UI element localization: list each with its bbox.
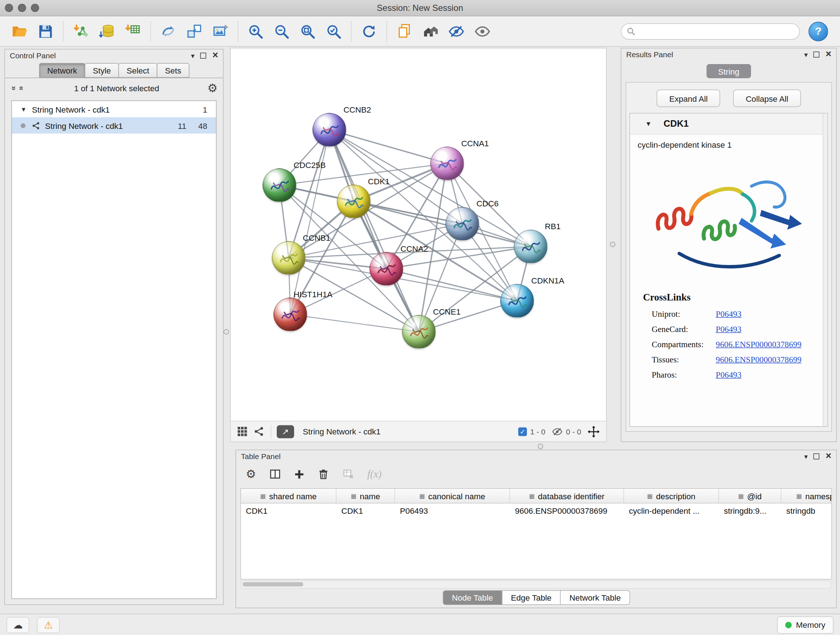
zoom-out-icon[interactable] xyxy=(271,21,292,42)
network-node-CDKN1A[interactable] xyxy=(500,284,534,318)
network-tree: ▼ String Network - cdk1 1 String Network… xyxy=(11,101,217,599)
column-header[interactable]: ▦@id xyxy=(719,489,782,503)
refresh-icon[interactable] xyxy=(359,21,379,42)
network-options-gear-icon[interactable]: ⚙ xyxy=(207,81,218,95)
column-header[interactable]: ▦description xyxy=(624,489,719,503)
home-icon[interactable] xyxy=(420,21,441,42)
network-node-CCNB2[interactable] xyxy=(313,113,346,147)
show-columns-icon[interactable] xyxy=(269,468,281,480)
import-network-file-icon[interactable] xyxy=(71,21,91,42)
crosslink-link[interactable]: 9606.ENSP00000378699 xyxy=(716,340,802,349)
show-all-eye-icon[interactable] xyxy=(472,21,493,42)
network-collection-row[interactable]: ▼ String Network - cdk1 1 xyxy=(12,101,216,117)
column-header[interactable]: ▦canonical name xyxy=(395,489,510,503)
splitter-handle[interactable] xyxy=(610,242,615,247)
table-cell[interactable]: 9606.ENSP00000378699 xyxy=(510,504,624,518)
column-header[interactable]: ▦shared name xyxy=(241,489,336,503)
table-cell[interactable]: P06493 xyxy=(395,504,510,518)
network-canvas[interactable]: CCNB2CCNA1CDC25BCDK1CDC6RB1CCNB1CCNA2CDK… xyxy=(231,49,606,421)
float-panel-icon[interactable]: ▾ xyxy=(804,51,808,58)
hidden-eye-icon[interactable] xyxy=(552,426,562,437)
results-scrollbar[interactable] xyxy=(823,114,828,426)
tab-network-table[interactable]: Network Table xyxy=(560,591,630,605)
tab-style[interactable]: Style xyxy=(85,63,119,78)
zoom-in-icon[interactable] xyxy=(245,21,266,42)
maximize-panel-icon[interactable] xyxy=(813,453,820,459)
delete-column-trash-icon[interactable] xyxy=(317,468,329,480)
network-arrows-icon[interactable] xyxy=(158,21,179,42)
expand-all-button[interactable]: Expand All xyxy=(657,90,720,107)
network-node-CCNA2[interactable] xyxy=(370,252,403,286)
new-network-selection-icon[interactable] xyxy=(184,21,205,42)
table-cell[interactable]: cyclin-dependent ... xyxy=(624,504,719,518)
delete-table-icon[interactable] xyxy=(342,468,354,480)
memory-button[interactable]: Memory xyxy=(777,616,834,633)
close-panel-icon[interactable]: × xyxy=(826,450,831,460)
disclosure-triangle-icon[interactable]: ▼ xyxy=(21,106,27,112)
birdseye-network-icon[interactable] xyxy=(254,426,264,437)
pan-crosshair-icon[interactable] xyxy=(588,425,600,437)
search-box[interactable] xyxy=(621,23,800,40)
import-network-database-icon[interactable] xyxy=(96,21,117,42)
tab-node-table[interactable]: Node Table xyxy=(443,591,502,605)
float-panel-icon[interactable]: ▾ xyxy=(191,52,195,59)
close-panel-icon[interactable]: × xyxy=(212,50,218,59)
network-node-CDC6[interactable] xyxy=(446,207,479,241)
float-panel-icon[interactable]: ▾ xyxy=(804,453,808,460)
collapse-all-button[interactable]: Collapse All xyxy=(733,90,801,107)
add-column-icon[interactable] xyxy=(294,469,305,479)
horizontal-scrollbar[interactable] xyxy=(240,581,832,589)
network-node-CDK1[interactable] xyxy=(337,185,371,218)
tab-string[interactable]: String xyxy=(706,64,751,78)
column-header[interactable]: ▦name xyxy=(336,489,395,503)
zoom-fit-icon[interactable] xyxy=(297,21,318,42)
maximize-panel-icon[interactable] xyxy=(201,52,207,59)
table-cell[interactable]: CDK1 xyxy=(241,504,336,518)
crosslink-link[interactable]: 9606.ENSP00000378699 xyxy=(716,355,802,364)
warnings-button[interactable]: ⚠ xyxy=(37,616,60,633)
disclosure-triangle-icon[interactable]: ▼ xyxy=(645,120,652,128)
close-panel-icon[interactable]: × xyxy=(826,49,831,58)
column-header[interactable]: ▦database identifier xyxy=(510,489,624,503)
tab-sets[interactable]: Sets xyxy=(157,63,189,78)
network-row-selected[interactable]: String Network - cdk1 11 48 xyxy=(12,117,216,134)
export-image-icon[interactable] xyxy=(210,21,231,42)
tab-edge-table[interactable]: Edge Table xyxy=(502,591,561,605)
cloud-status-button[interactable]: ☁ xyxy=(6,616,29,633)
selected-checkbox-icon[interactable]: ✓ xyxy=(518,427,527,436)
tab-select[interactable]: Select xyxy=(118,63,157,78)
table-cell[interactable]: CDK1 xyxy=(336,504,395,518)
table-cell[interactable]: stringdb:9... xyxy=(719,504,782,518)
expand-all-icon[interactable]: « xyxy=(17,86,27,90)
network-node-HIST1H1A[interactable] xyxy=(273,298,307,331)
help-button[interactable]: ? xyxy=(808,21,828,41)
grid-view-icon[interactable] xyxy=(237,426,248,437)
crosslink-link[interactable]: P06493 xyxy=(716,325,742,334)
hide-selected-eye-icon[interactable] xyxy=(446,21,467,42)
splitter-handle[interactable] xyxy=(538,444,543,449)
zoom-selected-icon[interactable] xyxy=(324,21,344,42)
detach-view-button[interactable]: ↗ xyxy=(277,425,294,438)
table-cell[interactable]: stringdb xyxy=(782,504,832,518)
save-session-icon[interactable] xyxy=(35,21,56,42)
scrollbar-thumb[interactable] xyxy=(243,582,303,586)
network-node-CCNA1[interactable] xyxy=(431,147,464,180)
crosslink-link[interactable]: P06493 xyxy=(716,370,742,380)
search-input[interactable] xyxy=(639,27,794,36)
splitter-handle[interactable] xyxy=(224,329,229,334)
import-table-icon[interactable] xyxy=(123,21,143,42)
network-node-RB1[interactable] xyxy=(514,230,548,264)
open-session-icon[interactable] xyxy=(9,21,30,42)
network-node-CDC25B[interactable] xyxy=(263,168,296,202)
maximize-panel-icon[interactable] xyxy=(813,51,820,57)
network-node-CCNB1[interactable] xyxy=(272,241,306,275)
table-row[interactable]: CDK1 CDK1 P06493 9606.ENSP00000378699 cy… xyxy=(241,504,832,518)
function-builder-icon[interactable]: f(x) xyxy=(367,468,382,480)
crosslink-link[interactable]: P06493 xyxy=(716,309,742,319)
column-header[interactable]: ▦namespace xyxy=(782,489,832,503)
table-settings-gear-icon[interactable]: ⚙ xyxy=(246,468,256,481)
tab-network[interactable]: Network xyxy=(39,63,85,78)
protein-card-header[interactable]: ▼ CDK1 xyxy=(630,114,828,135)
copy-icon[interactable] xyxy=(394,21,415,42)
network-node-CCNE1[interactable] xyxy=(402,315,436,348)
